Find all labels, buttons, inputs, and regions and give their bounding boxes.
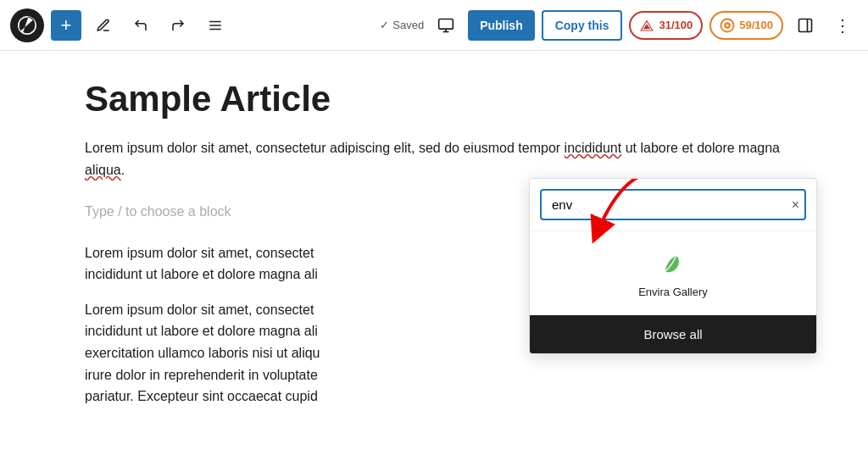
redo-button[interactable] <box>163 10 193 41</box>
block-search-popup: × Envira Gallery <box>529 178 817 354</box>
undo-button[interactable] <box>125 10 156 41</box>
save-status: ✓ Saved <box>380 19 424 31</box>
browse-all-label: Browse all <box>643 327 702 341</box>
envira-gallery-icon <box>658 248 688 279</box>
add-block-button[interactable]: + <box>51 10 81 41</box>
svg-rect-12 <box>799 19 812 31</box>
editor-area: Sample Article Lorem ipsum dolor sit ame… <box>0 51 868 455</box>
popup-search-area: × <box>530 179 816 231</box>
saved-label: Saved <box>392 19 424 31</box>
more-icon: ⋮ <box>834 15 851 36</box>
article-title[interactable]: Sample Article <box>85 78 783 120</box>
seo-score-value: 31/100 <box>659 19 693 31</box>
publish-button[interactable]: Publish <box>468 10 535 41</box>
list-view-button[interactable] <box>200 10 231 41</box>
svg-rect-3 <box>439 19 453 29</box>
envira-gallery-label: Envira Gallery <box>638 286 708 298</box>
publish-label: Publish <box>480 19 523 32</box>
sidebar-toggle-button[interactable] <box>790 10 821 41</box>
list-icon <box>208 18 223 33</box>
pen-icon <box>96 18 111 33</box>
block-placeholder-text: Type / to choose a block <box>85 204 231 219</box>
article-body-1: Lorem ipsum dolor sit amet, consectetur … <box>85 137 783 180</box>
readability-score-icon <box>720 18 735 33</box>
clear-search-button[interactable]: × <box>792 197 799 213</box>
seo-score-badge[interactable]: 31/100 <box>629 11 703 40</box>
browse-all-button[interactable]: Browse all <box>530 315 816 353</box>
search-input-wrap: × <box>540 189 806 220</box>
readability-score-value: 59/100 <box>739 19 773 31</box>
screen-options-button[interactable] <box>431 10 461 41</box>
wp-logo[interactable] <box>10 8 44 42</box>
envira-gallery-item[interactable]: Envira Gallery <box>530 231 816 315</box>
screen-icon <box>437 17 454 34</box>
block-search-input[interactable] <box>540 189 806 220</box>
svg-point-11 <box>726 24 729 26</box>
more-options-button[interactable]: ⋮ <box>827 10 858 41</box>
copy-this-button[interactable]: Copy this <box>542 10 623 41</box>
seo-score-icon <box>639 18 654 33</box>
popup-results: Envira Gallery <box>530 231 816 315</box>
copy-this-label: Copy this <box>555 19 609 32</box>
undo-icon <box>133 18 148 33</box>
sidebar-icon <box>797 17 814 34</box>
clear-icon: × <box>792 197 799 212</box>
redo-icon <box>170 18 186 33</box>
plus-icon: + <box>61 16 72 35</box>
topbar: + ✓ Saved Publish Copy this <box>0 0 868 51</box>
tool-pen-button[interactable] <box>88 10 119 41</box>
readability-score-badge[interactable]: 59/100 <box>709 11 783 40</box>
check-icon: ✓ <box>380 19 389 31</box>
